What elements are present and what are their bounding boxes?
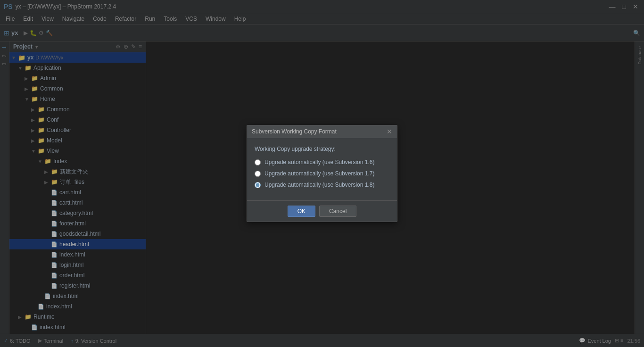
dialog-close-button[interactable]: ✕ — [387, 128, 392, 135]
radio-option-1[interactable]: Upgrade automatically (use Subversion 1.… — [255, 159, 389, 165]
radio-label-1: Upgrade automatically (use Subversion 1.… — [264, 159, 374, 165]
radio-option-3[interactable]: Upgrade automatically (use Subversion 1.… — [255, 182, 389, 188]
radio-input-2[interactable] — [255, 171, 261, 177]
dialog-footer: OK Cancel — [247, 200, 397, 222]
dialog-title-bar: Subversion Working Copy Format ✕ — [247, 125, 397, 138]
radio-label-3: Upgrade automatically (use Subversion 1.… — [264, 182, 374, 188]
dialog-body: Working Copy upgrade strategy: Upgrade a… — [247, 138, 397, 200]
radio-option-2[interactable]: Upgrade automatically (use Subversion 1.… — [255, 170, 389, 177]
ok-button[interactable]: OK — [288, 206, 315, 217]
dialog: Subversion Working Copy Format ✕ Working… — [247, 125, 397, 222]
modal-overlay: Subversion Working Copy Format ✕ Working… — [0, 0, 644, 347]
radio-input-3[interactable] — [255, 182, 261, 188]
cancel-button[interactable]: Cancel — [319, 206, 356, 217]
radio-label-2: Upgrade automatically (use Subversion 1.… — [264, 170, 374, 177]
dialog-title: Subversion Working Copy Format — [252, 128, 337, 135]
dialog-subtitle: Working Copy upgrade strategy: — [255, 146, 389, 152]
radio-input-1[interactable] — [255, 159, 261, 165]
